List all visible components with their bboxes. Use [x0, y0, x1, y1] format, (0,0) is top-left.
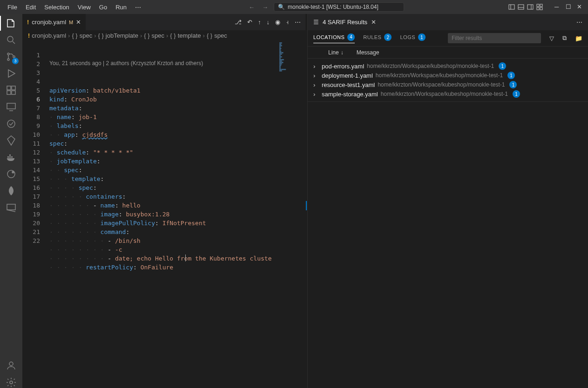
col-line[interactable]: Line	[328, 49, 339, 56]
close-icon[interactable]: ✕	[577, 3, 584, 11]
chevron-right-icon: ›	[203, 32, 205, 39]
svg-rect-17	[7, 91, 11, 94]
layout-panel-icon[interactable]	[517, 3, 525, 11]
panel-tab-rules[interactable]: RULES2	[363, 33, 392, 43]
brace-icon: { }	[72, 32, 77, 39]
breadcrumb-item[interactable]: template	[178, 32, 201, 39]
tabs-bar: ! cronjob.yaml M ✕ ⎇ ↶ ↑ ↓ ◉ ⫞ ⋯	[22, 14, 305, 30]
svg-point-12	[7, 53, 9, 55]
breadcrumb-item[interactable]: spec	[80, 32, 92, 39]
search-icon: 🔍	[278, 4, 285, 10]
split-editor-icon[interactable]: ⫞	[286, 19, 289, 26]
ext-icon-2[interactable]	[6, 135, 17, 146]
svg-point-21	[7, 120, 15, 127]
run-debug-icon[interactable]	[6, 68, 17, 79]
ext-icon-1[interactable]	[6, 118, 17, 129]
maximize-icon[interactable]: ☐	[566, 3, 573, 11]
breadcrumb[interactable]: !cronjob.yaml›{ }spec›{ }jobTemplate›{ }…	[22, 30, 305, 40]
codelens[interactable]: You, 21 seconds ago | 2 authors (Krzyszt…	[46, 58, 305, 68]
code-content[interactable]: apiVersion: batch/v1beta1kind: CronJobme…	[46, 86, 305, 272]
scm-badge: 3	[12, 58, 19, 64]
chevron-right-icon: ›	[313, 91, 319, 98]
folder-icon[interactable]: 📁	[575, 35, 582, 42]
docker-icon[interactable]	[6, 152, 17, 163]
result-row[interactable]: ›deployment-1.yamlhome/kkrzton/Workspace…	[308, 71, 588, 80]
chevron-right-icon: ›	[166, 32, 168, 39]
git-compare-icon[interactable]: ⎇	[235, 19, 242, 26]
column-header[interactable]: Line ↓ Message	[308, 47, 588, 59]
remote-explorer-icon[interactable]	[6, 101, 17, 113]
toggle-icon[interactable]: ◉	[275, 19, 280, 26]
prev-change-icon[interactable]: ↑	[258, 19, 261, 26]
extensions-icon[interactable]	[6, 85, 17, 96]
editor-tab[interactable]: ! cronjob.yaml M ✕	[22, 14, 86, 30]
brace-icon: { }	[98, 32, 104, 39]
nav-back-icon[interactable]: ←	[249, 4, 255, 11]
menu-view[interactable]: View	[74, 2, 95, 13]
layout-sidebar-right-icon[interactable]	[527, 3, 534, 11]
settings-gear-icon[interactable]	[6, 377, 17, 388]
ext-icon-4[interactable]	[6, 202, 17, 213]
svg-rect-8	[537, 7, 539, 10]
svg-rect-16	[12, 86, 15, 90]
result-row[interactable]: ›resource-test1.yamlhome/kkrzton/Workspa…	[308, 80, 588, 89]
svg-line-11	[13, 41, 15, 44]
breadcrumb-item[interactable]: cronjob.yaml	[32, 32, 66, 39]
breadcrumb-item[interactable]: jobTemplate	[106, 32, 138, 39]
minimize-icon[interactable]: ─	[554, 3, 562, 11]
svg-rect-4	[527, 5, 533, 9]
panel-more-icon[interactable]: ⋯	[576, 19, 582, 26]
menu-run[interactable]: Run	[112, 2, 130, 13]
sort-arrow-icon: ↓	[341, 49, 344, 56]
result-row[interactable]: ›sample-storage.yamlhome/kkrzton/Workspa…	[308, 89, 588, 99]
minimap[interactable]: ████████████████████████████████████████…	[277, 40, 305, 388]
menu-selection[interactable]: Selection	[41, 2, 73, 13]
chevron-right-icon: ›	[68, 32, 70, 39]
copy-icon[interactable]: ⧉	[562, 34, 567, 42]
panel-close-icon[interactable]: ✕	[371, 19, 376, 26]
panel-tab-bar: ☰ 4 SARIF Results ✕ ⋯	[308, 14, 588, 30]
next-change-icon[interactable]: ↓	[267, 19, 270, 26]
svg-rect-7	[540, 4, 542, 7]
tab-filename: cronjob.yaml	[32, 19, 66, 26]
menu-⋯[interactable]: ⋯	[131, 2, 145, 13]
menu-edit[interactable]: Edit	[22, 2, 40, 13]
tab-modified-indicator: M	[69, 20, 73, 25]
menu-go[interactable]: Go	[95, 2, 111, 13]
col-message[interactable]: Message	[357, 49, 379, 56]
chevron-right-icon: ›	[94, 32, 96, 39]
filter-icon[interactable]: ▽	[549, 35, 554, 42]
svg-rect-0	[509, 5, 514, 9]
svg-point-27	[12, 171, 14, 173]
mongodb-icon[interactable]	[6, 185, 17, 196]
ext-icon-3[interactable]	[6, 168, 17, 180]
more-actions-icon[interactable]: ⋯	[295, 19, 301, 26]
text-cursor	[185, 254, 186, 261]
yaml-icon: !	[28, 32, 30, 39]
svg-rect-18	[12, 91, 15, 94]
brace-icon: { }	[207, 32, 212, 39]
sash[interactable]	[305, 14, 307, 388]
panel-tab-locations[interactable]: LOCATIONS4	[313, 33, 355, 43]
accounts-icon[interactable]	[6, 360, 17, 371]
explorer-icon[interactable]	[6, 18, 17, 29]
chevron-right-icon: ›	[140, 32, 142, 39]
nav-forward-icon[interactable]: →	[262, 4, 268, 11]
panel-toolbar: LOCATIONS4RULES2LOGS1 ▽ ⧉ 📁	[308, 30, 588, 47]
menu-file[interactable]: File	[4, 2, 21, 13]
layout-sidebar-left-icon[interactable]	[508, 3, 515, 11]
panel-tab-logs[interactable]: LOGS1	[400, 33, 426, 43]
result-row[interactable]: ›pod-errors.yamlhome/kkrzton/Workspace/k…	[308, 61, 588, 71]
search-activitybar-icon[interactable]	[6, 34, 17, 46]
tab-close-icon[interactable]: ✕	[76, 19, 81, 26]
breadcrumb-item[interactable]: spec	[152, 32, 164, 39]
editor[interactable]: 12345678910111213141516171819202122 You,…	[22, 40, 305, 388]
titlebar: FileEditSelectionViewGoRun⋯ ← → 🔍 monokl…	[0, 0, 588, 14]
command-center[interactable]: 🔍 monokle-test-1 [WSL: Ubuntu-18.04]	[274, 2, 404, 12]
revert-icon[interactable]: ↶	[247, 19, 252, 26]
layout-customize-icon[interactable]	[536, 3, 543, 11]
source-control-icon[interactable]: 3	[6, 51, 17, 62]
breadcrumb-item[interactable]: spec	[214, 32, 227, 39]
svg-rect-28	[7, 204, 15, 210]
filter-input[interactable]	[448, 33, 541, 43]
